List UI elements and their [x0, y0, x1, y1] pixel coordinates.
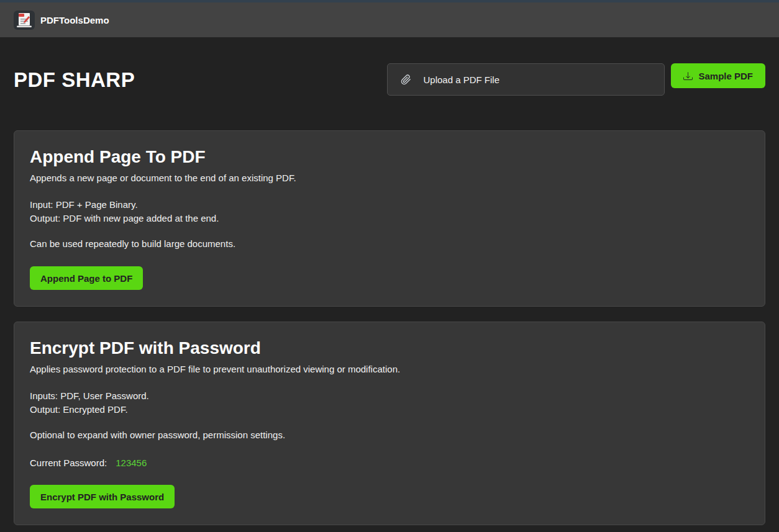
upload-pdf-label: Upload a PDF File: [423, 74, 499, 85]
card-append-page-to-pdf: Append Page To PDF Appends a new page or…: [14, 130, 765, 307]
card-title: Encrypt PDF with Password: [30, 338, 749, 358]
navbar-brand[interactable]: PDFToolsDemo: [40, 15, 109, 25]
card-subtitle: Appends a new page or document to the en…: [30, 173, 749, 183]
card-note: Can be used repeatedly to build large do…: [30, 238, 749, 249]
input-line: Inputs: PDF, User Password.: [30, 389, 749, 403]
paperclip-icon: [401, 74, 411, 85]
sample-pdf-button[interactable]: Sample PDF: [671, 63, 765, 88]
page-title: PDF SHARP: [14, 68, 135, 92]
current-password-row: Current Password: 123456: [30, 458, 749, 468]
card-encrypt-pdf-with-password: Encrypt PDF with Password Applies passwo…: [14, 322, 765, 525]
header-row: PDF SHARP Upload a PDF File Sample PDF: [14, 63, 765, 96]
app-logo-icon[interactable]: [14, 11, 35, 30]
encrypt-pdf-with-password-button[interactable]: Encrypt PDF with Password: [30, 485, 175, 508]
navbar: PDFToolsDemo: [0, 2, 779, 37]
current-password-value: 123456: [116, 458, 147, 468]
card-note: Optional to expand with owner password, …: [30, 430, 749, 440]
download-icon: [683, 71, 693, 81]
card-title: Append Page To PDF: [30, 147, 749, 167]
header-actions: Upload a PDF File Sample PDF: [387, 63, 765, 96]
input-line: Input: PDF + Page Binary.: [30, 198, 749, 212]
append-page-to-pdf-button[interactable]: Append Page to PDF: [30, 266, 143, 290]
card-io-lines: Input: PDF + Page Binary. Output: PDF wi…: [30, 198, 749, 225]
output-line: Output: Encrypted PDF.: [30, 403, 749, 417]
main-content: PDF SHARP Upload a PDF File Sample PDF: [0, 63, 779, 525]
current-password-label: Current Password:: [30, 458, 107, 468]
output-line: Output: PDF with new page added at the e…: [30, 212, 749, 225]
upload-pdf-file-input[interactable]: Upload a PDF File: [387, 63, 665, 96]
card-io-lines: Inputs: PDF, User Password. Output: Encr…: [30, 389, 749, 417]
card-subtitle: Applies password protection to a PDF fil…: [30, 364, 749, 374]
sample-pdf-label: Sample PDF: [698, 71, 753, 81]
